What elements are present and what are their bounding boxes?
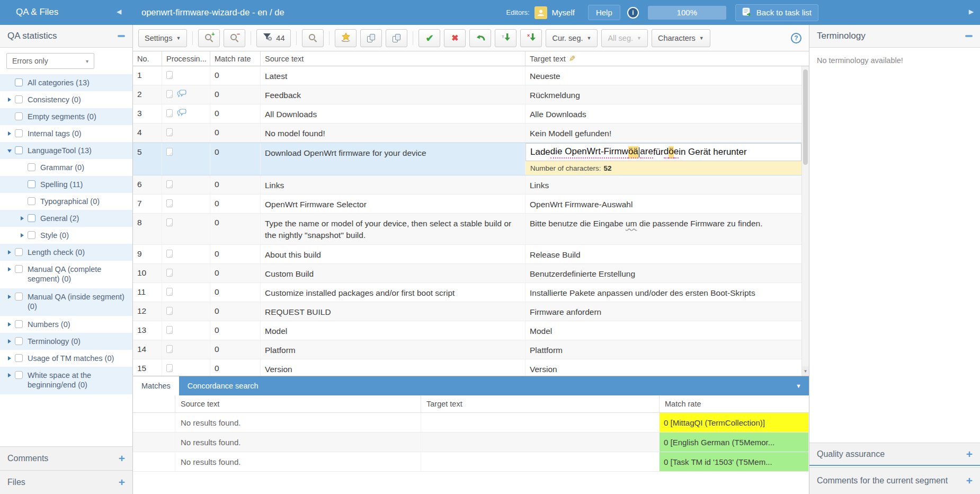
column-header-match-rate[interactable]: Match rate xyxy=(660,395,809,412)
help-button[interactable]: Help xyxy=(588,5,620,20)
copy-source-button[interactable] xyxy=(360,29,382,47)
collapse-minus-icon[interactable] xyxy=(118,35,125,37)
expand-icon[interactable] xyxy=(8,295,11,299)
filter-button[interactable]: 44 xyxy=(256,29,291,47)
column-header-source[interactable]: Source text xyxy=(261,51,525,66)
checkbox[interactable] xyxy=(15,337,23,345)
match-row-3[interactable]: No results found. 0 [Task TM id '1503' (… xyxy=(133,452,809,472)
checkbox[interactable] xyxy=(15,320,23,328)
segment-row-14[interactable]: 14 0 Platform Plattform xyxy=(133,340,801,359)
chevron-down-icon[interactable]: ▼ xyxy=(796,383,801,389)
tree-item-whitespace[interactable]: White space at the beginning/end (0) xyxy=(0,367,132,394)
tree-item-typographical[interactable]: Typographical (0) xyxy=(0,193,132,210)
tree-item-style[interactable]: Style (0) xyxy=(0,227,132,244)
tree-item-internal-tags[interactable]: Internal tags (0) xyxy=(0,125,132,142)
expand-icon[interactable] xyxy=(8,339,11,343)
grid-scrollbar-thumb[interactable] xyxy=(803,69,808,165)
segment-comments-accordion[interactable]: Comments for the current segment + xyxy=(809,467,980,494)
tree-item-general[interactable]: General (2) xyxy=(0,210,132,227)
checkbox[interactable] xyxy=(28,163,35,171)
cancel-and-next-button[interactable]: × xyxy=(520,29,542,47)
undo-button[interactable] xyxy=(469,29,491,47)
expand-icon[interactable] xyxy=(21,216,24,220)
characters-dropdown[interactable]: Characters ▼ xyxy=(652,29,710,47)
checkbox[interactable] xyxy=(15,248,23,256)
match-row-2[interactable]: No results found. 0 [English German (T5M… xyxy=(133,433,809,452)
save-and-next-button[interactable]: T xyxy=(495,29,516,47)
expand-icon[interactable] xyxy=(8,322,11,327)
column-header-match-rate[interactable]: Match rate xyxy=(210,51,261,66)
collapse-icon[interactable] xyxy=(7,149,12,153)
segment-row-8[interactable]: 8 0 Type the name or model of your devic… xyxy=(133,214,801,245)
expand-icon[interactable] xyxy=(21,233,24,237)
tree-item-languagetool[interactable]: LanguageTool (13) xyxy=(0,142,132,159)
checkbox[interactable] xyxy=(15,293,23,301)
tree-item-all-categories[interactable]: All categories (13) xyxy=(0,74,132,91)
tree-item-usage-tm-matches[interactable]: Usage of TM matches (0) xyxy=(0,350,132,367)
tree-item-manual-qa-inside[interactable]: Manual QA (inside segment) (0) xyxy=(0,288,132,316)
segment-row-15[interactable]: 15 0 Version Version xyxy=(133,359,801,376)
zoom-in-button[interactable]: + xyxy=(198,29,220,47)
right-panel-expand-icon[interactable]: ▶ xyxy=(969,8,974,15)
tab-matches[interactable]: Matches xyxy=(133,376,179,395)
tree-item-terminology[interactable]: Terminology (0) xyxy=(0,333,132,350)
tab-concordance-search[interactable]: Concordance search xyxy=(179,376,267,395)
tree-item-length-check[interactable]: Length check (0) xyxy=(0,244,132,261)
checkbox[interactable] xyxy=(15,95,23,103)
plus-icon[interactable]: + xyxy=(119,453,125,464)
plus-icon[interactable]: + xyxy=(966,449,973,460)
expand-icon[interactable] xyxy=(8,250,11,254)
info-icon[interactable]: i xyxy=(627,7,639,19)
tree-item-spelling[interactable]: Spelling (11) xyxy=(0,176,132,193)
bookmark-button[interactable] xyxy=(335,29,357,47)
cancel-segment-button[interactable]: ✖ xyxy=(444,29,466,47)
segment-row-12[interactable]: 12 0 REQUEST BUILD Firmware anfordern xyxy=(133,302,801,321)
search-button[interactable] xyxy=(302,29,324,47)
checkbox[interactable] xyxy=(15,112,23,120)
column-header-target[interactable]: Target text ✎ xyxy=(525,51,809,66)
segment-row-3[interactable]: 3 0 All Downloads Alle Downloads xyxy=(133,104,801,124)
back-to-task-list-button[interactable]: Back to task list xyxy=(735,4,818,21)
expand-icon[interactable] xyxy=(8,131,11,136)
tree-item-manual-qa-complete[interactable]: Manual QA (complete segment) (0) xyxy=(0,261,132,288)
collapse-minus-icon[interactable] xyxy=(965,35,973,37)
segment-row-11[interactable]: 11 0 Customize installed packages and/or… xyxy=(133,283,801,302)
sidebar-collapse-icon[interactable]: ◀ xyxy=(117,8,121,15)
current-segment-dropdown[interactable]: Cur. seg. ▼ xyxy=(546,29,598,47)
segment-row-10[interactable]: 10 0 Custom Build Benutzerdefinierte Ers… xyxy=(133,264,801,283)
tree-item-consistency[interactable]: Consistency (0) xyxy=(0,91,132,108)
qa-statistics-header[interactable]: QA statistics xyxy=(0,25,132,48)
segment-row-7[interactable]: 7 0 OpenWrt Firmware Selector OpenWrt Fi… xyxy=(133,195,801,214)
expand-icon[interactable] xyxy=(8,356,11,360)
checkbox[interactable] xyxy=(28,180,35,188)
segment-row-5-editing[interactable]: 5 0 Download OpenWrt firmware for your d… xyxy=(133,143,801,175)
files-accordion[interactable]: Files + xyxy=(0,470,132,494)
segment-row-13[interactable]: 13 0 Model Model xyxy=(133,321,801,340)
segment-row-6[interactable]: 6 0 Links Links xyxy=(133,175,801,195)
all-segments-dropdown[interactable]: All seg. ▼ xyxy=(601,29,647,47)
checkbox[interactable] xyxy=(15,146,23,154)
checkbox[interactable] xyxy=(28,214,35,222)
checkbox[interactable] xyxy=(28,231,35,239)
column-header-target[interactable]: Target text xyxy=(421,395,660,412)
scroll-down-arrow-icon[interactable]: ▼ xyxy=(802,366,809,376)
segment-row-4[interactable]: 4 0 No model found! Kein Modell gefunden… xyxy=(133,124,801,143)
checkbox[interactable] xyxy=(15,371,23,379)
tree-item-grammar[interactable]: Grammar (0) xyxy=(0,159,132,176)
errors-filter-select[interactable]: Errors only ▾ xyxy=(6,53,94,69)
comments-accordion[interactable]: Comments + xyxy=(0,446,132,470)
checkbox[interactable] xyxy=(15,354,23,362)
segment-row-2[interactable]: 2 0 Feedback Rückmeldung xyxy=(133,85,801,104)
zoom-out-button[interactable]: − xyxy=(224,29,245,47)
segment-row-1[interactable]: 1 0 Latest Neueste xyxy=(133,66,801,85)
expand-icon[interactable] xyxy=(8,267,11,271)
target-editor-input[interactable]: Lade die OpenWrt-Firmwöäare für döein Ge… xyxy=(525,143,801,161)
expand-icon[interactable] xyxy=(8,373,11,377)
plus-icon[interactable]: + xyxy=(966,475,973,486)
column-header-source[interactable]: Source text xyxy=(175,395,421,412)
checkbox[interactable] xyxy=(15,129,23,137)
checkbox[interactable] xyxy=(15,265,23,273)
expand-icon[interactable] xyxy=(8,98,11,102)
column-header-no[interactable]: No. xyxy=(133,51,162,66)
grid-scrollbar[interactable]: ▼ xyxy=(801,66,809,376)
